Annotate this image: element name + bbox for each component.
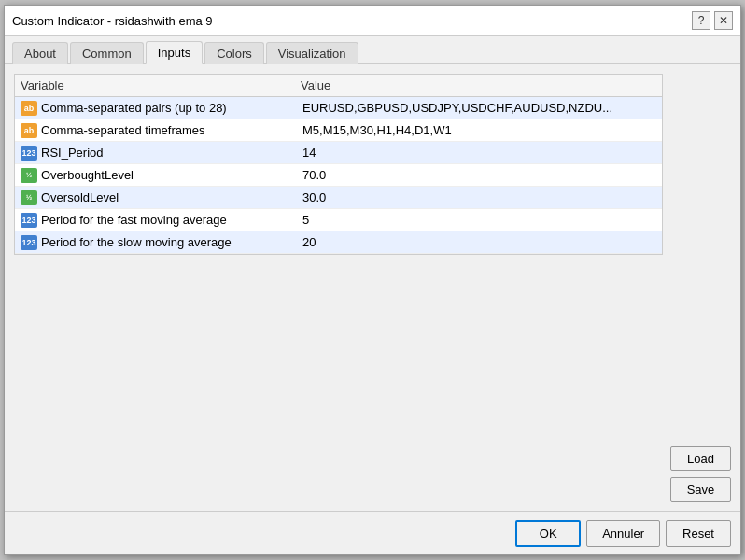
table-row[interactable]: 123 Period for the fast moving average 5: [15, 209, 662, 231]
content-area: Variable Value ab Comma-separated pairs …: [5, 64, 740, 511]
icon-ab: ab: [21, 101, 37, 116]
save-button[interactable]: Save: [670, 477, 731, 502]
row-value: 30.0: [302, 190, 656, 204]
table-row[interactable]: ab Comma-separated pairs (up to 28) EURU…: [15, 97, 662, 119]
load-button[interactable]: Load: [670, 446, 731, 471]
title-bar-buttons: ? ✕: [692, 11, 733, 30]
row-variable: Period for the fast moving average: [41, 213, 302, 227]
icon-123: 123: [21, 213, 37, 228]
close-button[interactable]: ✕: [714, 11, 733, 30]
icon-half: ½: [21, 168, 37, 183]
row-variable: OversoldLevel: [41, 190, 302, 204]
table-row[interactable]: 123 RSI_Period 14: [15, 142, 662, 164]
row-variable: Period for the slow moving average: [41, 235, 302, 249]
row-variable: RSI_Period: [41, 146, 302, 160]
tabs-bar: About Common Inputs Colors Visualization: [5, 36, 740, 64]
inputs-table: Variable Value ab Comma-separated pairs …: [14, 74, 663, 255]
tab-visualization[interactable]: Visualization: [266, 42, 358, 64]
row-variable: OverboughtLevel: [41, 168, 302, 182]
main-content: Variable Value ab Comma-separated pairs …: [14, 74, 731, 502]
row-variable: Comma-separated timeframes: [41, 123, 302, 137]
col-variable-header: Variable: [21, 78, 301, 92]
table-header: Variable Value: [15, 75, 662, 97]
title-bar: Custom Indicator - rsidashwith ema 9 ? ✕: [5, 6, 740, 36]
reset-button[interactable]: Reset: [666, 520, 731, 547]
table-area: Variable Value ab Comma-separated pairs …: [14, 74, 663, 502]
table-row[interactable]: ½ OverboughtLevel 70.0: [15, 164, 662, 187]
side-panel: Load Save: [670, 74, 731, 502]
window-title: Custom Indicator - rsidashwith ema 9: [12, 14, 213, 28]
table-row[interactable]: ab Comma-separated timeframes M5,M15,M30…: [15, 119, 662, 142]
row-value: 20: [302, 235, 656, 249]
table-row[interactable]: ½ OversoldLevel 30.0: [15, 187, 662, 209]
bottom-buttons: OK Annuler Reset: [5, 511, 740, 554]
tab-colors[interactable]: Colors: [204, 42, 264, 64]
icon-half: ½: [21, 190, 37, 205]
tab-common[interactable]: Common: [70, 42, 144, 64]
icon-ab: ab: [21, 123, 37, 138]
help-button[interactable]: ?: [692, 11, 710, 30]
main-window: Custom Indicator - rsidashwith ema 9 ? ✕…: [4, 5, 741, 555]
row-value: M5,M15,M30,H1,H4,D1,W1: [302, 123, 656, 137]
row-value: 14: [302, 146, 656, 160]
icon-123: 123: [21, 146, 37, 161]
row-value: EURUSD,GBPUSD,USDJPY,USDCHF,AUDUSD,NZDU.…: [302, 101, 656, 115]
ok-button[interactable]: OK: [515, 520, 581, 547]
cancel-button[interactable]: Annuler: [586, 520, 660, 547]
table-row[interactable]: 123 Period for the slow moving average 2…: [15, 231, 662, 254]
col-value-header: Value: [301, 78, 656, 92]
icon-123: 123: [21, 235, 37, 250]
tab-about[interactable]: About: [12, 42, 68, 64]
tab-inputs[interactable]: Inputs: [146, 41, 203, 64]
row-value: 70.0: [302, 168, 656, 182]
row-variable: Comma-separated pairs (up to 28): [41, 101, 302, 115]
row-value: 5: [302, 213, 656, 227]
side-spacer: [670, 74, 731, 441]
